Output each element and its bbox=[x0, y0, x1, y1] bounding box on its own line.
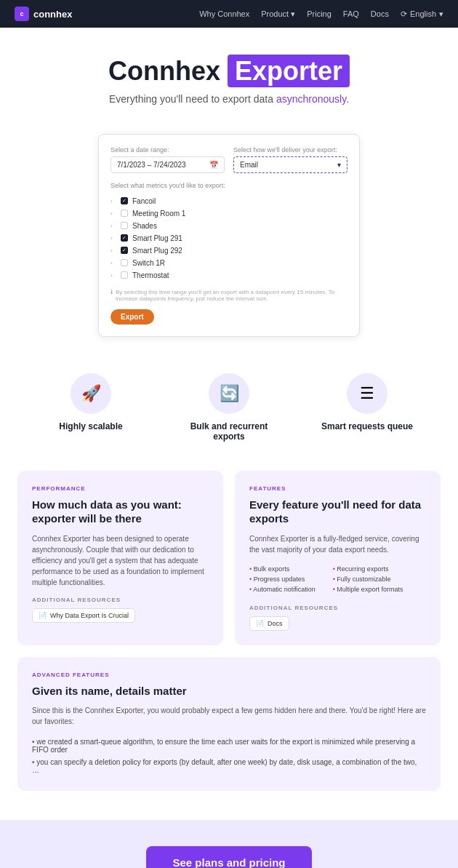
bullet-progress: Progress updates bbox=[249, 574, 316, 584]
nav-language[interactable]: ⟳ English ▾ bbox=[401, 9, 443, 19]
expand-icon: › bbox=[111, 272, 116, 279]
metrics-label: Select what metrics you'd like to export… bbox=[111, 182, 347, 189]
top-cards-row: PERFORMANCE How much data as you want: e… bbox=[17, 471, 441, 645]
bullet-recurring: Recurring exports bbox=[333, 564, 403, 574]
features-resources-label: ADDITIONAL RESOURCES bbox=[249, 605, 426, 611]
queue-icon: ☰ bbox=[347, 373, 387, 414]
metric-fancoil[interactable]: › Fancoil bbox=[111, 195, 347, 207]
features-card: FEATURES Every feature you'll need for d… bbox=[235, 471, 441, 645]
hero-section: Connhex Exporter Everything you'll need … bbox=[0, 28, 458, 119]
features-row: 🚀 Highly scalable 🔄 Bulk and recurrent e… bbox=[0, 359, 458, 471]
date-range-input[interactable]: 7/1/2023 – 7/24/2023 📅 bbox=[111, 156, 225, 173]
scalable-label: Highly scalable bbox=[59, 421, 122, 431]
queue-label: Smart requests queue bbox=[321, 421, 413, 431]
metric-smart-plug-291[interactable]: › Smart Plug 291 bbox=[111, 232, 347, 244]
performance-tag: PERFORMANCE bbox=[32, 485, 209, 492]
checkbox-smart-plug-292[interactable] bbox=[121, 247, 128, 254]
demo-container: Select a date range: 7/1/2023 – 7/24/202… bbox=[0, 119, 458, 359]
info-icon: ℹ bbox=[111, 289, 113, 295]
performance-card: PERFORMANCE How much data as you want: e… bbox=[17, 471, 223, 645]
bulk-icon: 🔄 bbox=[209, 373, 249, 414]
calendar-icon: 📅 bbox=[209, 161, 218, 169]
advanced-bullet-2: • you can specify a deletion policy for … bbox=[32, 756, 426, 776]
advanced-bullet-1: • we created a smart-queue algorithm, to… bbox=[32, 736, 426, 756]
hero-title-regular: Connhex bbox=[108, 56, 220, 86]
checkbox-shades[interactable] bbox=[121, 222, 128, 229]
demo-note: ℹ By selecting this time range you'll ge… bbox=[111, 289, 347, 302]
metrics-list: › Fancoil › Meeting Room 1 › Shades › Sm… bbox=[111, 195, 347, 282]
nav-why[interactable]: Why Connhex bbox=[199, 9, 249, 18]
hero-title-highlight: Exporter bbox=[228, 55, 350, 87]
performance-title: How much data as you want: exporter will… bbox=[32, 498, 209, 526]
metric-meeting-room[interactable]: › Meeting Room 1 bbox=[111, 207, 347, 220]
expand-icon: › bbox=[111, 260, 116, 266]
feature-scalable: 🚀 Highly scalable bbox=[44, 373, 138, 442]
delivery-field: Select how we'll deliver your export: Em… bbox=[233, 146, 347, 173]
delivery-label: Select how we'll deliver your export: bbox=[233, 146, 347, 154]
advanced-body: Since this is the Connhex Exporter, you … bbox=[32, 705, 426, 727]
checkbox-switch[interactable] bbox=[121, 259, 128, 266]
features-resource-link[interactable]: 📄 Docs bbox=[249, 616, 289, 631]
scalable-icon: 🚀 bbox=[71, 373, 111, 414]
logo-icon: c bbox=[15, 7, 29, 21]
advanced-bullets: • we created a smart-queue algorithm, to… bbox=[32, 736, 426, 776]
date-range-field: Select a date range: 7/1/2023 – 7/24/202… bbox=[111, 146, 225, 173]
export-button[interactable]: Export bbox=[111, 309, 154, 324]
features-title: Every feature you'll need for data expor… bbox=[249, 498, 426, 526]
bulk-label: Bulk and recurrent exports bbox=[182, 421, 276, 442]
advanced-title: Given its name, details matter bbox=[32, 684, 426, 698]
bullet-customizable: Fully customizable bbox=[333, 574, 403, 584]
logo-text: connhex bbox=[33, 9, 72, 20]
bullet-notification: Automatic notification bbox=[249, 584, 316, 594]
metric-shades[interactable]: › Shades bbox=[111, 220, 347, 232]
performance-resource-link[interactable]: 📄 Why Data Export Is Crucial bbox=[32, 608, 135, 623]
advanced-tag: ADVANCED FEATURES bbox=[32, 672, 426, 678]
checkbox-smart-plug-291[interactable] bbox=[121, 234, 128, 242]
bullet-formats: Multiple export formats bbox=[333, 584, 403, 594]
bullets-col-1: Bulk exports Progress updates Automatic … bbox=[249, 564, 316, 594]
features-body: Connhex Exporter is a fully-fledged serv… bbox=[249, 533, 426, 555]
logo: c connhex bbox=[15, 7, 72, 21]
bullets-col-2: Recurring exports Fully customizable Mul… bbox=[333, 564, 403, 594]
features-tag: FEATURES bbox=[249, 485, 426, 492]
demo-box: Select a date range: 7/1/2023 – 7/24/202… bbox=[98, 134, 360, 337]
performance-resources-label: ADDITIONAL RESOURCES bbox=[32, 597, 209, 603]
metric-switch[interactable]: › Switch 1R bbox=[111, 257, 347, 269]
expand-icon: › bbox=[111, 223, 116, 229]
nav-links: Why Connhex Product ▾ Pricing FAQ Docs ⟳… bbox=[199, 9, 443, 19]
date-range-label: Select a date range: bbox=[111, 146, 225, 154]
resource-icon: 📄 bbox=[39, 612, 47, 619]
expand-icon: › bbox=[111, 210, 116, 217]
translate-icon: ⟳ bbox=[401, 9, 407, 19]
chevron-down-icon: ▾ bbox=[337, 161, 341, 169]
docs-icon: 📄 bbox=[256, 620, 264, 627]
expand-icon: › bbox=[111, 198, 116, 204]
performance-body: Connhex Exporter has been designed to op… bbox=[32, 533, 209, 588]
metric-smart-plug-292[interactable]: › Smart Plug 292 bbox=[111, 244, 347, 257]
checkbox-thermostat[interactable] bbox=[121, 271, 128, 279]
hero-title: Connhex Exporter bbox=[15, 57, 443, 86]
nav-product[interactable]: Product ▾ bbox=[261, 9, 295, 19]
nav-faq[interactable]: FAQ bbox=[343, 9, 359, 18]
cards-section: PERFORMANCE How much data as you want: e… bbox=[0, 471, 458, 813]
nav-docs[interactable]: Docs bbox=[371, 9, 389, 18]
bullet-bulk: Bulk exports bbox=[249, 564, 316, 574]
advanced-card: ADVANCED FEATURES Given its name, detail… bbox=[17, 657, 441, 792]
checkbox-meeting-room[interactable] bbox=[121, 210, 128, 217]
hero-subtitle: Everything you'll need to export data as… bbox=[15, 93, 443, 105]
feature-bulk: 🔄 Bulk and recurrent exports bbox=[182, 373, 276, 442]
expand-icon: › bbox=[111, 247, 116, 254]
expand-icon: › bbox=[111, 235, 116, 242]
async-link[interactable]: asynchronously. bbox=[276, 93, 349, 105]
nav-pricing[interactable]: Pricing bbox=[307, 9, 332, 18]
delivery-select[interactable]: Email ▾ bbox=[233, 156, 347, 173]
cta-button[interactable]: See plans and pricing bbox=[146, 846, 311, 868]
checkbox-fancoil[interactable] bbox=[121, 197, 128, 204]
metric-thermostat[interactable]: › Thermostat bbox=[111, 269, 347, 282]
navigation: c connhex Why Connhex Product ▾ Pricing … bbox=[0, 0, 458, 28]
features-bullets: Bulk exports Progress updates Automatic … bbox=[249, 564, 426, 594]
cta-section: See plans and pricing bbox=[0, 820, 458, 868]
feature-queue: ☰ Smart requests queue bbox=[320, 373, 414, 442]
